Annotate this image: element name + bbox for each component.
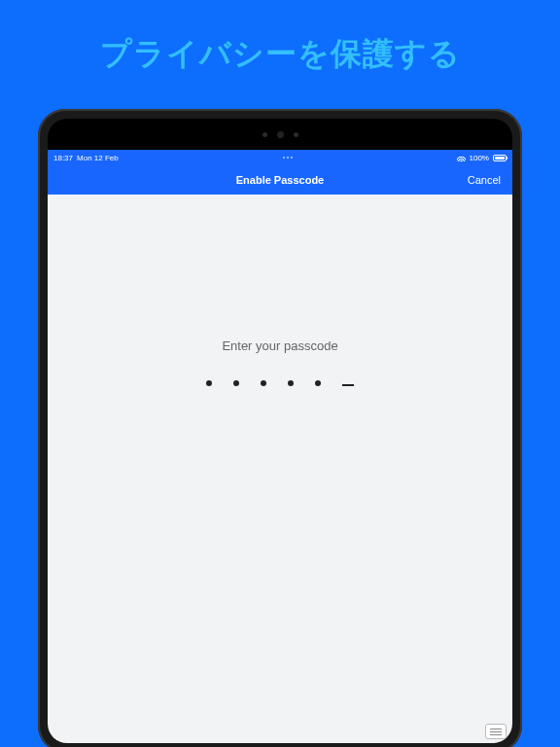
status-bar: 18:37 Mon 12 Feb 100% [48, 150, 512, 165]
passcode-dot-filled [288, 380, 294, 386]
status-center-dots [283, 157, 293, 159]
passcode-dots[interactable] [206, 378, 354, 388]
passcode-dot-filled [206, 380, 212, 386]
nav-bar: Enable Passcode Cancel [48, 165, 512, 195]
sensor-dot [294, 132, 298, 137]
nav-title: Enable Passcode [236, 174, 325, 186]
wifi-icon [457, 155, 466, 161]
battery-percent: 100% [470, 154, 489, 162]
keyboard-icon [490, 729, 502, 735]
battery-icon [493, 155, 507, 161]
passcode-dot-filled [261, 380, 266, 386]
passcode-prompt: Enter your passcode [222, 338, 337, 353]
status-right: 100% [457, 154, 507, 162]
status-left: 18:37 Mon 12 Feb [53, 154, 119, 162]
keyboard-toggle-button[interactable] [485, 724, 507, 739]
passcode-dot-filled [315, 380, 321, 386]
passcode-content: Enter your passcode [48, 195, 512, 743]
front-camera [277, 131, 284, 138]
sensor-dot [262, 132, 267, 137]
status-date: Mon 12 Feb [77, 154, 119, 162]
status-time: 18:37 [53, 154, 73, 162]
ipad-bezel: 18:37 Mon 12 Feb 100% Enable Passcode Ca… [48, 119, 512, 743]
cancel-button[interactable]: Cancel [468, 174, 501, 186]
passcode-dot-empty [342, 384, 354, 386]
ipad-frame: 18:37 Mon 12 Feb 100% Enable Passcode Ca… [38, 109, 522, 747]
ipad-screen: 18:37 Mon 12 Feb 100% Enable Passcode Ca… [48, 150, 512, 743]
promo-title: プライバシーを保護する [0, 33, 560, 76]
passcode-dot-filled [233, 380, 239, 386]
